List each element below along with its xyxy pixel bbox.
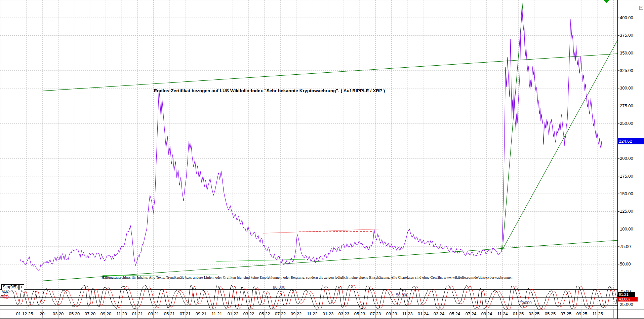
price-axis-label: 275.00 xyxy=(620,103,633,108)
stochastic-level-label: 80.000 xyxy=(273,285,285,290)
chart-title: Endlos-Zertifikat bezogen auf LUS Wikifo… xyxy=(154,88,385,93)
time-axis-label: - xyxy=(603,311,623,316)
price-axis-label: 50.00 xyxy=(620,261,631,267)
stochastic-axis-label: 75.00 xyxy=(620,289,631,294)
last-price-badge: 224.62 xyxy=(618,138,644,144)
upper-channel-line xyxy=(41,54,617,91)
k-series-label: %K xyxy=(2,290,8,294)
price-axis-label: 175.00 xyxy=(620,174,633,179)
green-arrow-marker xyxy=(604,0,609,3)
chart-canvas xyxy=(0,0,644,319)
indicator-label[interactable]: Sto(9/5) xyxy=(1,284,19,290)
price-line xyxy=(20,5,602,271)
price-axis-label: 200.00 xyxy=(620,156,633,161)
price-axis-label: 400.00 xyxy=(620,15,633,20)
disclaimer-text: Haftungsausschluss für Inhalte: Alle Tex… xyxy=(102,275,513,279)
stochastic-level-label: 20.000 xyxy=(519,300,532,305)
price-axis-label: 75.00 xyxy=(620,244,631,249)
chart-window: Endlos-Zertifikat bezogen auf LUS Wikifo… xyxy=(0,0,644,319)
steep-trendline-vertical xyxy=(502,1,523,249)
price-axis-label: 300.00 xyxy=(620,85,633,91)
price-axis-label: 325.00 xyxy=(620,68,633,73)
window-frame xyxy=(0,0,644,319)
price-axis-label: 150.00 xyxy=(620,191,633,196)
add-indicator-button[interactable]: + xyxy=(19,284,24,290)
price-axis-label: 100.00 xyxy=(620,226,633,232)
d-series-label: %D xyxy=(2,295,9,299)
price-axis-label: 375.00 xyxy=(620,33,633,38)
stochastic-level-label: 50.000 xyxy=(396,293,408,297)
stochastic-axis-label: 25.000 xyxy=(620,302,633,307)
price-axis-label: 250.00 xyxy=(620,121,633,126)
stochastic-k-line xyxy=(0,285,617,309)
stochastic-d-value-badge: 43.007 xyxy=(618,297,638,302)
collapse-button[interactable]: − xyxy=(639,6,643,10)
time-axis-label: 01.12.25 xyxy=(9,311,40,316)
price-axis-label: 350.00 xyxy=(620,50,633,56)
price-axis-label: 125.00 xyxy=(620,209,633,214)
